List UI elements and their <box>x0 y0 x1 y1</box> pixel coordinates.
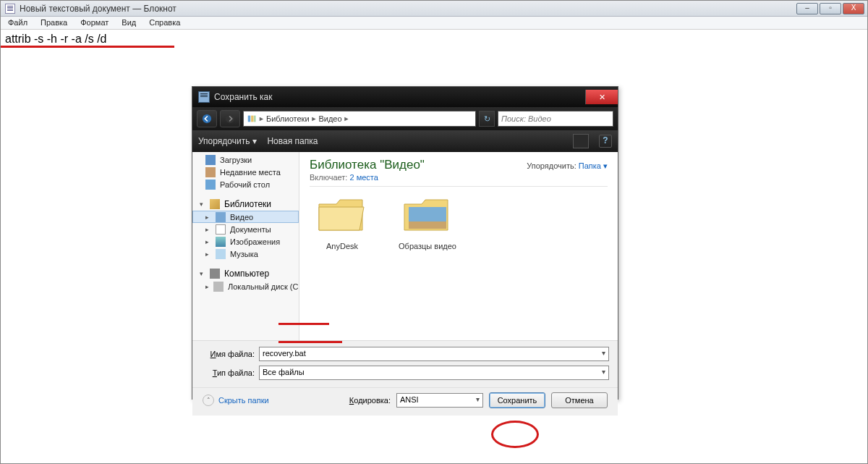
svg-point-0 <box>203 114 211 123</box>
nav-back-button[interactable] <box>197 110 217 127</box>
dialog-titlebar[interactable]: Сохранить как ✕ <box>192 87 618 107</box>
menu-help[interactable]: Справка <box>148 17 182 28</box>
recent-icon <box>205 167 216 177</box>
maximize-button[interactable]: ▫ <box>820 3 841 14</box>
sidebar-item-downloads[interactable]: Загрузки <box>192 153 299 166</box>
cancel-button[interactable]: Отмена <box>551 392 608 408</box>
disk-icon <box>213 282 224 292</box>
encoding-label: Кодировка: <box>349 396 391 405</box>
file-list-pane[interactable]: Библиотека "Видео" Включает: 2 места Упо… <box>299 152 618 340</box>
sidebar-item-desktop[interactable]: Рабочий стол <box>192 178 299 190</box>
dialog-close-button[interactable]: ✕ <box>585 90 618 104</box>
filetype-label: Тип файла: <box>201 368 255 377</box>
pictures-icon <box>216 237 226 247</box>
expand-icon: ▾ <box>200 201 205 208</box>
file-fields: Имя файла: recovery.bat Тип файла: Все ф… <box>192 340 618 387</box>
minimize-button[interactable]: – <box>796 3 818 14</box>
documents-icon <box>216 224 226 235</box>
chevron-down-icon: ▾ <box>252 136 257 146</box>
notepad-titlebar: Новый текстовый документ — Блокнот – ▫ X <box>1 1 867 17</box>
folder-samples[interactable]: Образцы видео <box>395 194 460 250</box>
dialog-toolbar: Упорядочить ▾ Новая папка ? <box>192 130 618 152</box>
sidebar-item-recent[interactable]: Недавние места <box>192 166 299 178</box>
svg-rect-6 <box>409 222 446 229</box>
computer-icon <box>210 269 220 279</box>
filename-input[interactable]: recovery.bat <box>259 347 609 361</box>
folder-label: AnyDesk <box>310 242 375 250</box>
crumb-sep-icon: ► <box>258 115 265 122</box>
annotation-underline-command <box>1 46 174 48</box>
menu-file[interactable]: Файл <box>7 17 29 28</box>
sidebar-group-computer[interactable]: ▾Компьютер <box>192 267 299 280</box>
expand-icon: ▸ <box>205 283 209 290</box>
folder-label: Образцы видео <box>395 242 460 250</box>
hide-folders-link[interactable]: ˄ Скрыть папки <box>203 395 269 406</box>
chevron-down-icon: ▾ <box>476 395 480 403</box>
expand-icon: ▸ <box>205 226 211 233</box>
view-options-button[interactable] <box>573 134 589 148</box>
menu-format[interactable]: Формат <box>79 17 110 28</box>
sidebar-item-pictures[interactable]: ▸Изображения <box>192 235 299 248</box>
collapse-icon: ˄ <box>203 395 214 406</box>
folder-icon <box>316 194 368 236</box>
save-as-dialog: Сохранить как ✕ ► Библиотеки ► Видео ► ↻… <box>192 86 618 400</box>
music-icon <box>216 249 226 259</box>
dialog-title: Сохранить как <box>214 92 272 102</box>
filename-label: Имя файла: <box>201 350 255 358</box>
libraries-icon <box>247 114 257 124</box>
save-button[interactable]: Сохранить <box>489 392 545 408</box>
sidebar-item-music[interactable]: ▸Музыка <box>192 248 299 260</box>
crumb-video[interactable]: Видео <box>318 114 341 123</box>
crumb-sep-icon: ► <box>344 115 350 122</box>
close-button[interactable]: X <box>843 3 864 14</box>
chevron-down-icon: ▾ <box>603 161 608 170</box>
crumb-sep-icon: ► <box>311 115 318 122</box>
sidebar-item-video[interactable]: ▸Видео <box>192 211 299 223</box>
menu-edit[interactable]: Правка <box>39 17 69 28</box>
navigation-pane: Загрузки Недавние места Рабочий стол ▾Би… <box>192 152 299 340</box>
desktop-icon <box>205 180 216 190</box>
arrange-by: Упорядочить: Папка ▾ <box>527 161 608 171</box>
includes-link[interactable]: 2 места <box>349 173 378 182</box>
breadcrumb-bar[interactable]: ► Библиотеки ► Видео ► <box>243 111 476 127</box>
downloads-icon <box>205 155 216 165</box>
dialog-footer: ˄ Скрыть папки Кодировка: ANSI ▾ Сохрани… <box>192 387 618 416</box>
svg-rect-4 <box>255 116 256 122</box>
search-input[interactable] <box>498 111 613 127</box>
filetype-select[interactable]: Все файлы <box>259 366 609 380</box>
notepad-icon <box>5 4 15 14</box>
annotation-underline-filename <box>278 323 329 325</box>
encoding-select[interactable]: ANSI ▾ <box>396 393 483 408</box>
navigation-bar: ► Библиотеки ► Видео ► ↻ <box>192 107 618 130</box>
sidebar-item-documents[interactable]: ▸Документы <box>192 223 299 235</box>
notepad-title: Новый текстовый документ — Блокнот <box>20 4 176 14</box>
dialog-icon <box>198 91 210 103</box>
expand-icon: ▸ <box>205 250 211 258</box>
svg-rect-3 <box>251 116 254 122</box>
menu-view[interactable]: Вид <box>120 17 137 28</box>
notepad-menubar: Файл Правка Формат Вид Справка <box>1 17 867 30</box>
expand-icon: ▸ <box>205 214 211 221</box>
organize-button[interactable]: Упорядочить ▾ <box>198 136 257 146</box>
sidebar-item-localdisk[interactable]: ▸Локальный диск (C:) <box>192 280 299 292</box>
help-button[interactable]: ? <box>599 135 612 148</box>
sidebar-group-libraries[interactable]: ▾Библиотеки <box>192 198 299 211</box>
video-icon <box>216 212 226 222</box>
arrange-link[interactable]: Папка ▾ <box>579 161 608 170</box>
refresh-button[interactable]: ↻ <box>479 111 495 127</box>
svg-rect-2 <box>248 116 251 122</box>
new-folder-button[interactable]: Новая папка <box>267 136 318 146</box>
folder-anydesk[interactable]: AnyDesk <box>310 194 375 250</box>
crumb-libraries[interactable]: Библиотеки <box>266 114 310 123</box>
folder-preview-icon <box>401 194 454 236</box>
expand-icon: ▸ <box>205 238 211 245</box>
libraries-icon <box>210 199 220 209</box>
library-subtitle: Включает: 2 места <box>310 173 608 182</box>
svg-point-1 <box>226 114 234 123</box>
expand-icon: ▾ <box>200 270 205 277</box>
divider <box>310 186 608 187</box>
annotation-circle-save <box>491 421 539 448</box>
notepad-content: attrib -s -h -r -a /s /d <box>5 33 106 45</box>
annotation-underline-filetype <box>278 341 342 343</box>
nav-forward-button[interactable] <box>220 110 240 127</box>
